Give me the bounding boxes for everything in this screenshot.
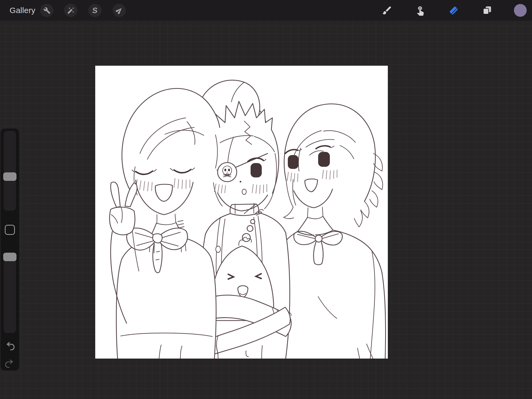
undo-button[interactable] (4, 340, 16, 351)
smudge-tool-button[interactable] (415, 5, 426, 16)
brush-size-slider[interactable] (4, 131, 16, 211)
wrench-icon (43, 7, 51, 14)
arrow-cursor-icon (116, 7, 123, 14)
s-ribbon-icon: S (92, 7, 98, 14)
brush-sidebar (1, 128, 19, 371)
color-swatch (514, 4, 527, 17)
left-character (110, 88, 220, 359)
procreate-window: Gallery S (0, 0, 532, 399)
brush-opacity-handle[interactable] (3, 253, 16, 261)
gallery-label: Gallery (10, 6, 35, 15)
finger-icon (415, 5, 426, 16)
selection-button[interactable]: S (88, 4, 102, 17)
redo-button[interactable] (4, 357, 16, 369)
transform-button[interactable] (113, 4, 126, 17)
adjustments-button[interactable] (64, 4, 77, 17)
gallery-button[interactable]: Gallery (10, 0, 35, 21)
layers-icon (482, 5, 492, 16)
redo-icon (4, 357, 16, 369)
layers-tool-button[interactable] (481, 5, 493, 16)
eraser-icon (448, 5, 459, 16)
brush-tool-button[interactable] (381, 5, 393, 16)
magic-wand-icon (67, 7, 74, 14)
top-toolbar: Gallery S (0, 0, 532, 21)
undo-icon (4, 340, 16, 351)
brush-opacity-slider[interactable] (4, 252, 16, 333)
actions-button[interactable] (40, 4, 53, 17)
drawing-canvas[interactable] (95, 66, 388, 359)
modify-button[interactable] (5, 225, 15, 235)
brush-icon (382, 5, 392, 16)
brush-size-handle[interactable] (3, 172, 16, 181)
eraser-tool-button[interactable] (448, 5, 459, 16)
active-color-button[interactable] (514, 4, 527, 17)
canvas-artwork (95, 66, 388, 359)
